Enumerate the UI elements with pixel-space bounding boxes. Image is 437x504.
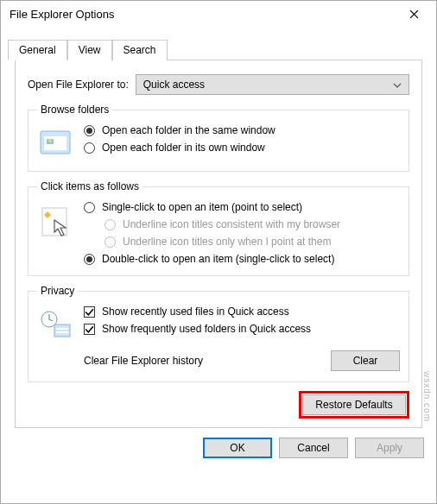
restore-row: Restore Defaults	[28, 391, 409, 419]
tab-label: View	[79, 44, 101, 56]
privacy-icon	[37, 307, 75, 342]
button-label: Cancel	[297, 442, 329, 454]
check-label: Show frequently used folders in Quick ac…	[102, 323, 311, 335]
radio-label: Open each folder in its own window	[102, 142, 265, 154]
tab-view[interactable]: View	[67, 40, 112, 60]
clear-history-label: Clear File Explorer history	[84, 355, 203, 367]
tab-general[interactable]: General	[8, 40, 67, 60]
radio-double-click[interactable]: Double-click to open an item (single-cli…	[84, 253, 400, 265]
ok-button[interactable]: OK	[203, 438, 272, 458]
dialog-window: File Explorer Options General View Searc…	[0, 0, 437, 504]
svg-rect-6	[54, 324, 70, 337]
titlebar: File Explorer Options	[1, 1, 436, 27]
radio-icon	[84, 142, 95, 154]
radio-icon	[84, 125, 95, 136]
tab-label: Search	[124, 44, 156, 56]
window-title: File Explorer Options	[10, 8, 396, 21]
open-to-label: Open File Explorer to:	[28, 79, 129, 91]
radio-icon	[104, 236, 116, 248]
radio-label: Underline icon titles consistent with my…	[123, 218, 340, 230]
radio-icon	[84, 202, 95, 213]
click-items-group: Click items as follows Single-click to o…	[28, 180, 409, 276]
cancel-button[interactable]: Cancel	[279, 438, 348, 458]
svg-point-3	[48, 139, 52, 142]
browse-folders-group: Browse folders Open each folde	[28, 104, 409, 172]
tab-search[interactable]: Search	[112, 40, 168, 60]
check-label: Show recently used files in Quick access	[102, 306, 289, 318]
tabs-container: General View Search Open File Explorer t…	[1, 27, 436, 428]
chevron-down-icon	[393, 79, 402, 91]
tab-panel-general: Open File Explorer to: Quick access Brow…	[15, 60, 422, 428]
button-label: Apply	[377, 442, 402, 454]
restore-highlight: Restore Defaults	[299, 391, 409, 419]
click-icon	[37, 203, 75, 237]
apply-button[interactable]: Apply	[355, 438, 424, 458]
radio-label: Double-click to open an item (single-cli…	[102, 253, 334, 265]
open-to-dropdown[interactable]: Quick access	[136, 74, 409, 95]
radio-icon	[84, 254, 95, 265]
radio-label: Single-click to open an item (point to s…	[102, 201, 302, 213]
radio-label: Open each folder in the same window	[102, 124, 276, 136]
radio-underline-browser: Underline icon titles consistent with my…	[104, 218, 400, 230]
checkbox-icon	[84, 306, 95, 318]
button-label: OK	[230, 442, 244, 454]
tab-label: General	[19, 44, 56, 56]
check-recent-files[interactable]: Show recently used files in Quick access	[84, 306, 400, 318]
check-frequent-folders[interactable]: Show frequently used folders in Quick ac…	[84, 323, 400, 335]
close-button[interactable]	[396, 2, 431, 26]
restore-defaults-button[interactable]: Restore Defaults	[302, 394, 406, 415]
privacy-group: Privacy Show re	[28, 285, 409, 382]
svg-rect-8	[56, 331, 68, 333]
radio-icon	[104, 219, 116, 230]
tabs: General View Search	[8, 40, 429, 60]
dialog-footer: OK Cancel Apply	[1, 428, 436, 468]
checkbox-icon	[84, 324, 95, 335]
radio-underline-point: Underline icon titles only when I point …	[104, 236, 400, 248]
click-legend: Click items as follows	[37, 180, 142, 192]
radio-label: Underline icon titles only when I point …	[123, 236, 331, 248]
clear-button[interactable]: Clear	[331, 350, 400, 371]
svg-rect-7	[56, 328, 68, 330]
dropdown-value: Quick access	[143, 79, 205, 91]
browse-legend: Browse folders	[37, 104, 112, 116]
close-icon	[409, 9, 419, 19]
radio-same-window[interactable]: Open each folder in the same window	[84, 124, 400, 136]
button-label: Clear	[353, 355, 378, 367]
privacy-legend: Privacy	[37, 285, 78, 297]
watermark: wsxdn.com	[422, 371, 432, 422]
radio-own-window[interactable]: Open each folder in its own window	[84, 142, 400, 154]
open-to-row: Open File Explorer to: Quick access	[28, 74, 409, 95]
radio-single-click[interactable]: Single-click to open an item (point to s…	[84, 201, 400, 213]
button-label: Restore Defaults	[315, 399, 392, 411]
browse-icon	[37, 126, 75, 161]
